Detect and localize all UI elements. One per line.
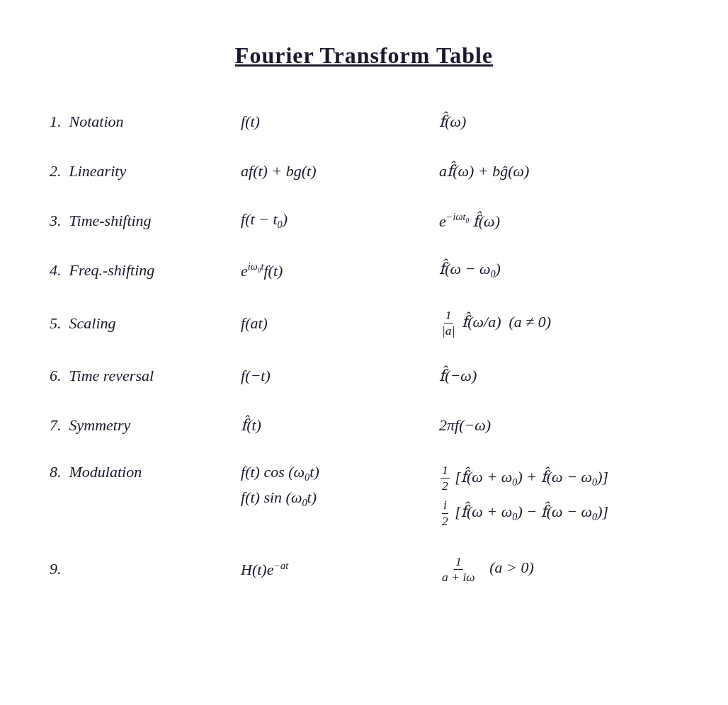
table-row: 4. Freq.-shifting eiω0tf(t) f̂(ω − ω0) xyxy=(42,246,686,295)
row-name: 3. Time-shifting xyxy=(42,212,241,230)
page-title: Fourier Transform Table xyxy=(42,42,686,69)
row-formula: eiω0tf(t) xyxy=(241,260,439,280)
row-transform: e−iωt0 f̂(ω) xyxy=(439,211,686,230)
row-transform: f̂(ω − ω0) xyxy=(439,260,686,280)
table-row: 2. Linearity af(t) + bg(t) af̂(ω) + bĝ(ω… xyxy=(42,147,686,196)
fourier-table: 1. Notation f(t) f̂(ω) 2. Linearity af(t… xyxy=(42,97,686,597)
table-row: 9. H(t)e−at 1a + iω (a > 0) xyxy=(42,541,686,597)
row-formula: f(t) cos (ω0t) f(t) sin (ω0t) xyxy=(241,463,439,509)
row-name: 9. xyxy=(42,560,241,578)
table-row: 7. Symmetry f̂(t) 2πf(−ω) xyxy=(42,401,686,450)
row-formula: H(t)e−at xyxy=(241,560,439,579)
table-row: 8. Modulation f(t) cos (ω0t) f(t) sin (ω… xyxy=(42,450,686,541)
row-formula: f(t) xyxy=(241,113,439,131)
row-name: 1. Notation xyxy=(42,113,241,131)
row-name: 5. Scaling xyxy=(42,314,241,333)
row-formula: af(t) + bg(t) xyxy=(241,162,439,180)
row-formula: f(t − t0) xyxy=(241,210,439,231)
row-transform: f̂(ω) xyxy=(439,113,686,131)
row-name: 2. Linearity xyxy=(42,162,241,180)
row-formula: f̂(t) xyxy=(241,416,439,435)
row-transform: 12 [f̂(ω + ω0) + f̂(ω − ω0)] i2 [f̂(ω + … xyxy=(439,463,686,528)
row-name: 6. Time reversal xyxy=(42,367,241,385)
row-formula: f(−t) xyxy=(241,367,439,385)
row-transform: 2πf(−ω) xyxy=(439,416,686,435)
table-row: 1. Notation f(t) f̂(ω) xyxy=(42,97,686,147)
row-transform: 1|a| f̂(ω/a) (a ≠ 0) xyxy=(439,308,686,338)
row-formula: f(at) xyxy=(241,314,439,333)
row-name: 4. Freq.-shifting xyxy=(42,261,241,280)
row-name: 7. Symmetry xyxy=(42,416,241,435)
row-transform: af̂(ω) + bĝ(ω) xyxy=(439,162,686,180)
table-row: 5. Scaling f(at) 1|a| f̂(ω/a) (a ≠ 0) xyxy=(42,295,686,351)
table-row: 3. Time-shifting f(t − t0) e−iωt0 f̂(ω) xyxy=(42,196,686,246)
row-name: 8. Modulation xyxy=(42,463,241,481)
table-row: 6. Time reversal f(−t) f̂(−ω) xyxy=(42,351,686,401)
row-transform: f̂(−ω) xyxy=(439,367,686,385)
row-transform: 1a + iω (a > 0) xyxy=(439,554,686,585)
